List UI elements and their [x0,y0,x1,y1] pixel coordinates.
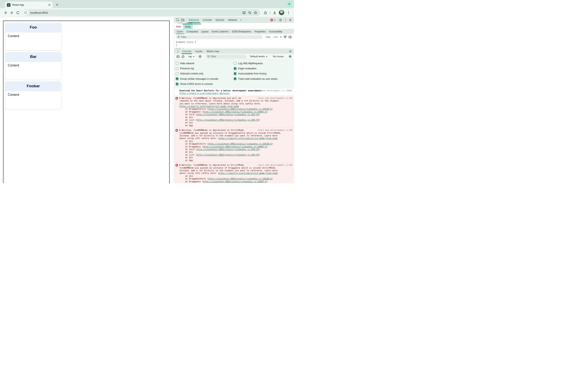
back-button[interactable] [2,9,9,16]
card-header-drag-handle[interactable]: Bar [5,52,61,62]
checkbox-checked[interactable] [176,83,178,85]
styles-tab-computed[interactable]: Computed [185,29,199,34]
checkbox-checked[interactable] [234,67,236,70]
console-link[interactable]: http://localhost:3002/static/js/bundle.j… [197,154,259,156]
checkbox-unchecked[interactable] [234,62,236,65]
checkbox-checked[interactable] [176,77,178,80]
browser-menu-kebab-icon[interactable] [285,9,292,16]
pseudo-button-0[interactable]: :hov [265,36,270,38]
devtools-tab-sources[interactable]: Sources [214,17,226,23]
new-tab-button[interactable] [54,2,60,7]
install-app-icon[interactable] [241,10,247,16]
console-link[interactable]: https://reactjs.org/link/react-devtools [180,92,230,94]
checkbox-unchecked[interactable] [176,72,178,75]
console-sidebar-toggle-icon[interactable] [176,54,181,59]
drawer-menu-kebab-icon[interactable] [175,49,180,54]
console-link[interactable]: http://localhost:3002/static/js/bundle.j… [208,108,272,110]
draggable-card[interactable]: BarContent [5,52,61,80]
console-link[interactable]: http://localhost:3002/static/js/bundle.j… [197,148,259,150]
console-link[interactable]: http://localhost:3002/static/js/bundle.j… [203,110,267,113]
draggable-card[interactable]: FooContent [5,23,61,50]
console-link[interactable]: http://localhost:3002/static/js/bundle.j… [197,113,259,116]
pseudo-button-1[interactable]: .cls [273,36,278,38]
drawer-tab-what-s-new[interactable]: What's new [205,49,221,54]
clear-console-icon[interactable] [181,54,185,59]
styles-tab-accessibility[interactable]: Accessibility [267,29,284,34]
live-expression-eye-icon[interactable] [198,54,203,59]
breadcrumb-body[interactable]: body [183,24,193,29]
console-context-selector[interactable]: top [187,55,196,58]
checkbox-unchecked[interactable] [176,67,178,70]
reload-button[interactable] [15,9,21,16]
drawer-close-icon[interactable] [288,49,293,54]
console-link[interactable]: http://localhost:3002/static/js/bundle.j… [203,145,267,148]
forward-button[interactable] [9,9,15,16]
rendering-brush-icon[interactable] [283,35,287,39]
device-toolbar-icon[interactable] [180,18,185,22]
expand-caret-icon[interactable] [180,129,181,131]
card-header-drag-handle[interactable]: Foo [5,23,61,33]
expand-caret-icon[interactable] [180,97,181,99]
checkbox-checked[interactable] [234,72,236,75]
console-warning-message: Warning: findDOMNode is deprecated in St… [174,128,294,162]
styles-tab-properties[interactable]: Properties [253,29,268,34]
styles-tab-layout[interactable]: Layout [199,29,210,34]
issues-counter[interactable]: No Issues [271,55,286,58]
devtools-menu-kebab-icon[interactable] [283,18,288,22]
extensions-puzzle-icon[interactable] [262,9,268,16]
console-link[interactable]: https://reactjs.org/link/strict-mode-fin… [218,137,278,140]
drawer-tab-console[interactable]: Console [180,49,193,54]
log-levels-dropdown[interactable]: Default levels [249,55,269,58]
drawer-tab-issues[interactable]: Issues [193,49,205,54]
console-link[interactable]: http://localhost:3002/static/js/bundle.j… [208,177,272,180]
console-link[interactable]: http://localhost:3002/static/js/bundle.j… [197,183,259,183]
url-bar[interactable]: localhost:3002 [22,9,260,16]
console-link[interactable]: https://reactjs.org/link/strict-mode-fin… [218,172,278,174]
tab-close-icon[interactable] [48,3,51,7]
tab-search-button[interactable] [286,1,292,7]
url-text[interactable]: localhost:3002 [30,11,241,14]
draggable-card[interactable]: FoobarContent [5,82,61,109]
zoom-out-icon[interactable] [247,10,252,16]
checkbox-unchecked[interactable] [176,62,178,65]
error-count-badge[interactable]: 3 [269,19,276,21]
devtools-toolbar: ElementsConsoleSourcesNetwork » 3 [174,17,294,23]
element-style-rule[interactable]: element.style { } [174,40,294,47]
card-title: Foobar [5,84,61,88]
console-link[interactable]: https://reactjs.org/link/strict-mode-fin… [180,105,239,108]
inspect-element-icon[interactable] [175,18,180,22]
expand-caret-icon[interactable] [180,164,181,166]
devtools-tab-console[interactable]: Console [201,17,214,23]
message-source-link[interactable]: react-dom.development.js:86 [258,164,292,166]
bookmark-star-icon[interactable] [252,10,258,16]
console-link[interactable]: http://localhost:3002/static/js/bundle.j… [208,142,272,145]
message-source-link[interactable]: react-dom.development.js:86 [258,129,292,132]
styles-tab-dom-breakpoints[interactable]: DOM Breakpoints [230,29,253,34]
styles-tab-event-listeners[interactable]: Event Listeners [210,29,230,34]
devtools-settings-gear-icon[interactable] [278,18,283,22]
console-settings-gear-icon[interactable] [288,54,293,59]
card-header-drag-handle[interactable]: Foobar [5,82,61,91]
console-line: about using refs safely here: https://re… [180,137,293,140]
downloads-icon[interactable] [272,9,278,16]
console-filter-input[interactable]: Filter [206,55,246,58]
browser-tab[interactable]: React App [5,2,53,8]
devtools-tab-network[interactable]: Network [226,17,239,23]
console-link[interactable]: http://localhost:3002/static/js/bundle.j… [203,180,267,183]
profile-avatar[interactable] [279,10,284,15]
styles-tab-styles[interactable]: Styles [175,29,185,34]
console-link[interactable]: http://localhost:3002/static/js/bundle.j… [197,119,259,121]
message-text: you want to reference. Learn more about … [180,102,261,105]
checkbox-label: Autocomplete from history [238,72,267,75]
message-source-link[interactable]: react-dom.development.js:86 [258,97,292,100]
site-info-icon[interactable] [23,10,28,15]
console-line: at DraggableCore (http://localhost:3002/… [180,108,293,110]
toggle-sidebar-panel-icon[interactable] [287,35,292,39]
styles-filter-input[interactable]: Filter [176,35,263,39]
more-tabs-button[interactable]: » [239,18,243,21]
devtools-tab-elements[interactable]: Elements [187,17,201,23]
breadcrumb-html[interactable]: html [174,24,183,29]
devtools-close-icon[interactable] [288,18,293,22]
checkbox-checked[interactable] [234,77,236,80]
pseudo-button-2[interactable]: + [280,35,282,39]
